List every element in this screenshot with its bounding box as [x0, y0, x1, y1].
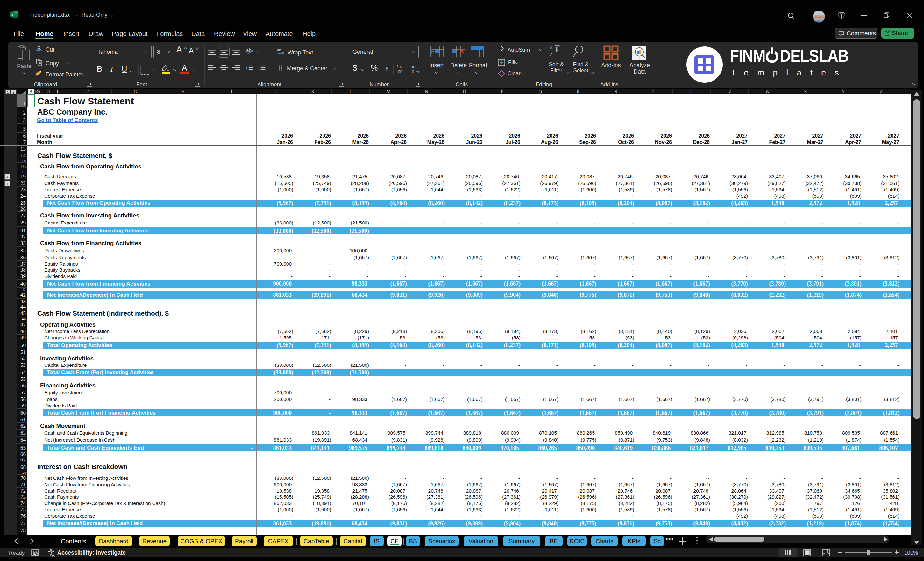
- svg-text:A: A: [549, 45, 553, 50]
- svg-text:.00: .00: [410, 64, 415, 69]
- svg-text:.0: .0: [411, 69, 414, 74]
- svg-text:Z: Z: [549, 52, 552, 57]
- svg-text:.00: .00: [397, 69, 402, 74]
- svg-text:.0: .0: [399, 64, 402, 69]
- svg-text:ab: ab: [277, 48, 281, 52]
- svg-text:x: x: [11, 12, 14, 17]
